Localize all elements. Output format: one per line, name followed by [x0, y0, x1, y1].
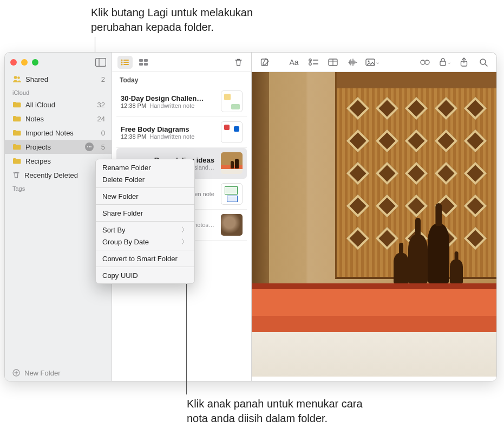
search-button[interactable] [475, 56, 492, 69]
sidebar-item-projects[interactable]: Projects 5 [5, 140, 112, 154]
svg-rect-15 [144, 59, 148, 62]
folder-icon [12, 158, 21, 164]
share-icon [460, 57, 468, 67]
menu-separator [96, 221, 194, 222]
menu-item-new-folder[interactable]: New Folder [96, 190, 194, 202]
svg-point-5 [89, 146, 90, 147]
note-list-item[interactable]: Free Body Diagrams 12:38 PM Handwritten … [116, 117, 247, 148]
window-zoom-button[interactable] [32, 59, 38, 66]
sidebar-item-imported-notes[interactable]: Imported Notes 0 [5, 126, 112, 140]
svg-rect-13 [123, 64, 129, 65]
new-folder-label: New Folder [24, 369, 60, 377]
note-subtitle: 12:38 PM Handwritten note [121, 133, 215, 140]
audio-button[interactable] [344, 56, 361, 69]
menu-separator [96, 250, 194, 250]
editor-toolbar: Aa [252, 53, 496, 72]
note-thumbnail [221, 152, 243, 174]
folder-icon [12, 115, 21, 122]
svg-rect-0 [96, 59, 106, 67]
note-photo [252, 72, 496, 377]
trash-icon [234, 58, 243, 67]
trash-icon [12, 171, 20, 179]
sidebar-item-notes[interactable]: Notes 24 [5, 112, 112, 126]
menu-item-rename-folder[interactable]: Rename Folder [96, 161, 194, 173]
menu-item-copy-uuid[interactable]: Copy UUID [96, 269, 194, 281]
svg-point-4 [87, 146, 88, 147]
sidebar-section-icloud: iCloud [5, 86, 112, 98]
editor-pane: Aa [252, 53, 496, 381]
window-minimize-button[interactable] [21, 59, 28, 66]
window-close-button[interactable] [10, 59, 17, 66]
callout-top: Klik butang Lagi untuk melakukanperubaha… [91, 5, 253, 35]
menu-separator [96, 267, 194, 267]
menu-item-group-by-date[interactable]: Group By Date〉 [96, 236, 194, 248]
sidebar-item-count: 0 [101, 129, 105, 137]
sidebar-item-count: 24 [97, 115, 105, 123]
svg-rect-16 [139, 63, 143, 66]
lock-button[interactable] [436, 56, 453, 69]
svg-rect-20 [313, 60, 318, 61]
svg-point-2 [14, 76, 17, 79]
note-subtitle: 12:38 PM Handwritten note [121, 102, 215, 109]
sidebar-item-label: Recently Deleted [24, 171, 101, 179]
folder-context-menu: Rename Folder Delete Folder New Folder S… [95, 159, 195, 284]
note-list-item[interactable]: 30-Day Design Challen… 12:38 PM Handwrit… [116, 86, 247, 117]
format-icon: Aa [289, 58, 298, 67]
media-icon [365, 59, 375, 66]
table-icon [328, 59, 338, 66]
svg-rect-30 [440, 61, 446, 66]
table-button[interactable] [324, 56, 342, 69]
svg-point-27 [368, 60, 369, 62]
chevron-right-icon: 〉 [181, 225, 188, 235]
notes-app-window: Shared 2 iCloud All iCloud 32 Notes 24 I… [4, 52, 497, 381]
sidebar-item-label: Notes [25, 115, 93, 123]
sidebar-item-shared[interactable]: Shared 2 [5, 72, 112, 86]
callout-bottom: Klik anak panah untuk menukar caranota a… [187, 397, 363, 426]
gallery-view-button[interactable] [136, 56, 151, 69]
chevron-right-icon: 〉 [181, 237, 188, 247]
folder-more-button[interactable] [85, 142, 94, 151]
list-view-button[interactable] [117, 56, 133, 69]
link-button[interactable] [416, 56, 434, 69]
sidebar-item-label: Imported Notes [25, 129, 97, 137]
sidebar-item-all-icloud[interactable]: All iCloud 32 [5, 98, 112, 112]
new-folder-button[interactable]: New Folder [5, 365, 112, 381]
media-button[interactable] [363, 56, 381, 69]
sidebar-item-count: 32 [97, 101, 105, 109]
note-thumbnail [221, 90, 243, 112]
editor-content[interactable] [252, 72, 496, 381]
svg-point-12 [121, 63, 123, 65]
sidebar-item-label: Shared [25, 75, 97, 83]
folder-icon [12, 129, 21, 136]
svg-point-21 [309, 62, 312, 65]
search-icon [479, 58, 488, 67]
menu-item-delete-folder[interactable]: Delete Folder [96, 173, 194, 185]
link-icon [420, 59, 430, 66]
menu-item-share-folder[interactable]: Share Folder [96, 207, 194, 219]
shared-icon [12, 75, 21, 83]
note-title: Free Body Diagrams [121, 125, 215, 133]
share-button[interactable] [455, 56, 473, 69]
sidebar-item-label: Recipes [25, 157, 101, 165]
menu-separator [96, 187, 194, 188]
svg-rect-14 [139, 59, 143, 62]
ellipsis-icon [87, 146, 92, 148]
folder-icon [12, 144, 21, 150]
note-thumbnail [221, 183, 243, 205]
svg-rect-9 [123, 60, 129, 61]
delete-note-button[interactable] [231, 56, 246, 69]
svg-point-6 [90, 146, 91, 147]
note-list-section-label: Today [112, 72, 251, 86]
sidebar-toggle-button[interactable] [95, 58, 106, 67]
sidebar-item-label: All iCloud [25, 101, 93, 109]
menu-item-convert-to-smart-folder[interactable]: Convert to Smart Folder [96, 252, 194, 264]
note-title: 30-Day Design Challen… [121, 94, 215, 102]
svg-point-28 [421, 60, 425, 64]
menu-separator [96, 204, 194, 205]
compose-button[interactable] [256, 56, 273, 69]
folder-icon [12, 101, 21, 108]
format-button[interactable]: Aa [285, 56, 303, 69]
checklist-button[interactable] [305, 56, 322, 69]
menu-item-sort-by[interactable]: Sort By〉 [96, 224, 194, 236]
note-thumbnail [221, 121, 243, 143]
